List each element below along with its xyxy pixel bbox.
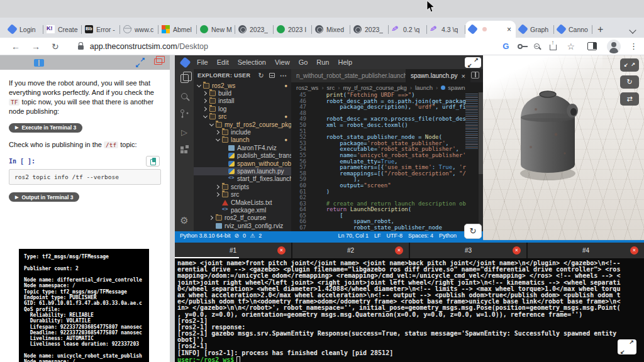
google-account-icon[interactable]: G	[502, 41, 509, 51]
tree-item[interactable]: rviz_unit3_config.rviz	[194, 222, 291, 229]
expand-icon[interactable]: ↗↙	[136, 58, 145, 67]
browser-menu-icon[interactable]: ⋮	[630, 41, 638, 51]
menu-item[interactable]: Selection	[238, 58, 266, 66]
terminal-tab[interactable]: #1 ×	[175, 243, 291, 258]
gazebo-sim-panel[interactable]: ↗↙ ↻ ⇄	[483, 55, 644, 240]
tree-item[interactable]: publish_static_transfor...	[194, 152, 291, 160]
book-icon[interactable]	[34, 59, 44, 67]
new-tab-button[interactable]: +	[597, 24, 603, 35]
run-debug-icon[interactable]: ▷	[181, 128, 187, 136]
menu-item[interactable]: File	[197, 58, 208, 66]
breadcrumb-item[interactable]: launch	[415, 84, 441, 91]
reload-button[interactable]: ↻	[52, 41, 59, 52]
source-control-icon[interactable]	[180, 109, 188, 118]
tree-item[interactable]: launch ●	[194, 136, 291, 144]
password-key-icon[interactable]	[518, 44, 523, 49]
status-item[interactable]: Python	[439, 233, 457, 239]
breadcrumb-item[interactable]: my_tf_ros2_course_pkg	[343, 84, 415, 91]
terminal-close-icon[interactable]: ×	[630, 246, 638, 255]
menu-item[interactable]: Run	[316, 58, 329, 66]
browser-tab[interactable]: 2023_	[350, 21, 389, 38]
status-item[interactable]: LF	[374, 233, 381, 239]
tree-item[interactable]: log	[194, 105, 291, 112]
terminal-close-icon[interactable]: ×	[513, 246, 521, 255]
tree-item[interactable]: ros2_ws ●	[194, 82, 291, 89]
tree-item[interactable]: start_tf_fixes.launch.xml	[194, 175, 291, 183]
ide-expand-button[interactable]: ↗↙	[465, 57, 481, 68]
terminal-tab[interactable]: #4 ×	[528, 243, 644, 258]
terminal-close-icon[interactable]: ×	[277, 246, 286, 255]
status-item[interactable]: Spaces: 4	[408, 233, 433, 239]
browser-tab[interactable]: 2023 I	[274, 21, 312, 38]
warnings-icon[interactable]: ⚠	[250, 233, 255, 239]
tab-close-icon[interactable]: ×	[462, 72, 465, 80]
tree-item[interactable]: src	[194, 190, 291, 198]
sim-expand-button[interactable]: ↗↙	[620, 58, 639, 72]
browser-tab[interactable]: 0.2 \q	[389, 21, 427, 38]
breadcrumb-item[interactable]: ros2_ws	[296, 84, 327, 91]
editor-scrollbar[interactable]	[479, 92, 483, 231]
browser-tab[interactable]: www.c	[120, 21, 158, 38]
tree-item[interactable]: scripts	[194, 183, 291, 190]
browser-tab[interactable]: Abmel	[158, 21, 197, 38]
browser-tab[interactable]: Create	[43, 21, 82, 38]
tree-item[interactable]: package.xml	[194, 206, 291, 214]
tree-item[interactable]: spawn_without_robot_s... ●	[194, 160, 291, 167]
tree-item[interactable]: src ●	[194, 113, 291, 121]
ide-reload-button[interactable]: ↻	[464, 224, 482, 239]
sim-reset-view-button[interactable]: ↻	[620, 75, 639, 89]
status-item[interactable]: UTF-8	[386, 233, 402, 239]
terminal-expand-button[interactable]: ↗↙	[618, 339, 636, 354]
side-panel-icon[interactable]	[587, 42, 597, 50]
code-cell[interactable]: ros2 topic info /tf --verbose	[9, 169, 161, 185]
bookmark-star-icon[interactable]: ☆	[567, 41, 575, 52]
tab-search-chevron-icon[interactable]	[629, 26, 636, 33]
sim-sync-button[interactable]: ⇄	[620, 92, 639, 106]
terminal-close-icon[interactable]: ×	[395, 246, 403, 255]
menu-item[interactable]: View	[275, 58, 290, 66]
tree-item[interactable]: spawn.launch.py	[194, 167, 291, 175]
explorer-files-icon[interactable]	[180, 74, 189, 83]
restore-window-icon[interactable]	[154, 58, 162, 65]
breadcrumb-item[interactable]: spawn	[441, 84, 465, 91]
output-terminal3-button[interactable]: ▶Output in Terminal 3	[9, 192, 79, 202]
copy-code-button[interactable]	[146, 156, 160, 167]
forward-button[interactable]: →	[31, 41, 40, 52]
profile-avatar[interactable]	[607, 40, 621, 53]
menu-item[interactable]: Help	[338, 58, 353, 66]
tree-item[interactable]: include	[194, 128, 291, 136]
errors-icon[interactable]: ⊘	[235, 233, 240, 239]
browser-tab[interactable]: Canno	[554, 21, 592, 38]
editor-tab[interactable]: n_without_robot_state_publisher.launch.p…	[291, 69, 406, 82]
code-area[interactable]: 45 print("Fetching URDF ==>")46 robot_de…	[291, 92, 483, 231]
menu-item[interactable]: Go	[299, 58, 308, 66]
zoom-out-icon[interactable]	[534, 43, 540, 49]
settings-gear-icon[interactable]: ⚙	[180, 215, 188, 226]
menu-item[interactable]: Edit	[217, 58, 229, 66]
more-actions-icon[interactable]: ⋯	[280, 72, 287, 80]
browser-tab[interactable]: Mixed	[312, 21, 350, 38]
scrollbar-thumb[interactable]	[479, 92, 483, 174]
lock-icon[interactable]	[78, 45, 84, 50]
minimap[interactable]	[465, 94, 478, 149]
browser-tab[interactable]: Graph	[516, 21, 554, 38]
robot-model[interactable]	[512, 78, 584, 185]
tree-item[interactable]: build	[194, 89, 291, 97]
tree-item[interactable]: my_tf_ros2_course_pkg ●	[194, 121, 291, 128]
terminal-output[interactable]: name> <joint_name>front_pitch_joint</joi…	[175, 258, 644, 362]
split-editor-icon[interactable]	[471, 72, 479, 79]
execute-terminal3-button[interactable]: ▶Execute in Terminal 3	[9, 123, 82, 133]
browser-tab[interactable]: Error -	[82, 21, 120, 38]
tree-item[interactable]: ros2_tf_course	[194, 214, 291, 222]
address-bar[interactable]: app.theconstructsim.com/Desktop	[90, 42, 208, 51]
refresh-icon[interactable]: ↻	[258, 72, 264, 80]
editor-tab[interactable]: spawn.launch.py ×	[406, 69, 470, 82]
extensions-icon[interactable]	[180, 146, 189, 155]
collapse-all-icon[interactable]	[269, 73, 275, 78]
browser-tab-active[interactable]: ×	[465, 21, 516, 38]
search-icon[interactable]	[181, 93, 187, 99]
terminal-tab[interactable]: #3 ×	[410, 243, 526, 258]
tree-item[interactable]: AaronTF4.rviz	[194, 144, 291, 151]
breadcrumb-item[interactable]: src	[327, 84, 343, 91]
browser-tab[interactable]: 2023_	[235, 21, 274, 38]
